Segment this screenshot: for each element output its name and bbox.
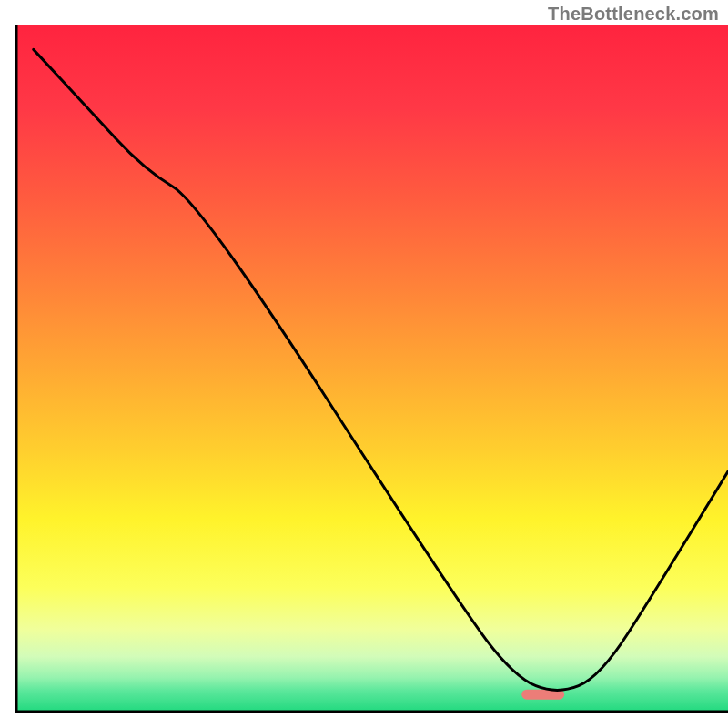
chart-stage: TheBottleneck.com (0, 0, 728, 728)
chart-canvas (0, 0, 728, 728)
gradient-background (16, 25, 728, 712)
watermark-text: TheBottleneck.com (548, 4, 719, 25)
